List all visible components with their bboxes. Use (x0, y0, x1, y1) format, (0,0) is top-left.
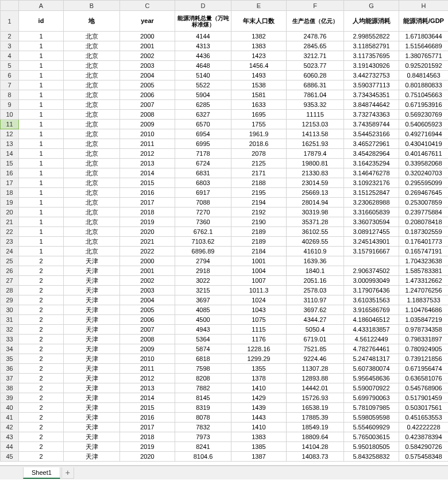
cell[interactable]: 北京 (64, 80, 120, 90)
cell[interactable]: 23014.59 (287, 178, 344, 188)
cell[interactable]: 0.401467611 (399, 149, 449, 159)
cell[interactable]: 4.433183857 (344, 325, 399, 335)
cell[interactable]: 14113.58 (287, 129, 344, 139)
row-number[interactable]: 25 (1, 256, 19, 266)
cell[interactable]: 3.191430926 (344, 61, 399, 71)
cell[interactable]: 1 (19, 188, 64, 198)
header-per-capita-energy[interactable]: 人均能源消耗 (344, 11, 399, 32)
cell[interactable]: 2001 (120, 266, 175, 276)
cell[interactable]: 3.157916667 (344, 247, 399, 256)
row-number[interactable]: 22 (1, 227, 19, 237)
cell[interactable]: 1 (19, 168, 64, 178)
cell[interactable]: 12893.88 (287, 374, 344, 383)
row-number[interactable]: 30 (1, 305, 19, 315)
cell[interactable]: 2007 (120, 100, 175, 110)
cell[interactable]: 2016 (120, 188, 175, 198)
cell[interactable]: 14442.01 (287, 383, 344, 393)
cell[interactable]: 0.165747191 (399, 247, 449, 256)
row-number[interactable]: 15 (1, 159, 19, 168)
cell[interactable]: 5023.77 (287, 61, 344, 71)
cell[interactable]: 0.751045663 (399, 90, 449, 100)
cell[interactable]: 0.84814563 (399, 71, 449, 80)
cell[interactable]: 17879.4 (287, 149, 344, 159)
cell[interactable]: 6831 (175, 168, 231, 178)
cell[interactable]: 1 (19, 110, 64, 120)
header-year[interactable]: year (120, 11, 175, 32)
cell[interactable]: 5.843258832 (344, 452, 399, 462)
cell[interactable]: 2 (19, 276, 64, 286)
cell[interactable]: 北京 (64, 198, 120, 208)
cell[interactable]: 1.704323638 (399, 256, 449, 266)
cell[interactable]: 北京 (64, 32, 120, 41)
cell[interactable]: 2017 (120, 423, 175, 432)
cell[interactable]: 2 (19, 423, 64, 432)
cell[interactable]: 1 (19, 41, 64, 51)
row-number[interactable]: 8 (1, 90, 19, 100)
cell[interactable]: 3.590377113 (344, 80, 399, 90)
cell[interactable]: 11307.28 (287, 364, 344, 374)
cell[interactable]: 1 (19, 120, 64, 129)
row-number[interactable]: 16 (1, 168, 19, 178)
cell[interactable]: 3.544523166 (344, 129, 399, 139)
cell[interactable]: 7521.85 (287, 344, 344, 354)
cell[interactable]: 5522 (175, 80, 231, 90)
cell[interactable]: 1410 (231, 383, 287, 393)
cell[interactable]: 1.473312662 (399, 276, 449, 286)
cell[interactable]: 2188 (231, 178, 287, 188)
cell[interactable]: 4.56122449 (344, 335, 399, 344)
col-header-F[interactable]: F (287, 1, 344, 11)
cell[interactable]: 1 (19, 51, 64, 61)
cell[interactable]: 0.451653553 (399, 413, 449, 423)
cell[interactable]: 北京 (64, 149, 120, 159)
cell[interactable]: 6724 (175, 159, 231, 168)
row-number[interactable]: 24 (1, 247, 19, 256)
cell[interactable]: 1 (19, 100, 64, 110)
cell[interactable]: 北京 (64, 120, 120, 129)
row-number[interactable]: 32 (1, 325, 19, 335)
cell[interactable]: 北京 (64, 178, 120, 188)
cell[interactable]: 0.208078418 (399, 217, 449, 227)
sheet-tab-active[interactable]: Sheet1 (23, 467, 60, 479)
cell[interactable]: 0.430410419 (399, 139, 449, 149)
cell[interactable]: 6285 (175, 100, 231, 110)
cell[interactable]: 6719.01 (287, 335, 344, 344)
cell[interactable]: 5.247481317 (344, 354, 399, 364)
cell[interactable]: 3.230628988 (344, 198, 399, 208)
cell[interactable]: 1493 (231, 71, 287, 80)
cell[interactable]: 5904 (175, 90, 231, 100)
cell[interactable]: 2 (19, 354, 64, 364)
cell[interactable]: 3.743589744 (344, 120, 399, 129)
row-number[interactable]: 23 (1, 237, 19, 247)
cell[interactable]: 2016 (120, 413, 175, 423)
cell[interactable]: 3.848744642 (344, 100, 399, 110)
cell[interactable]: 3.732743363 (344, 110, 399, 120)
cell[interactable]: 30319.98 (287, 208, 344, 217)
cell[interactable]: 2013 (120, 159, 175, 168)
cell[interactable]: 2020 (120, 452, 175, 462)
cell[interactable]: 2 (19, 344, 64, 354)
cell[interactable]: 6060.28 (287, 71, 344, 80)
cell[interactable]: 0.671956474 (399, 364, 449, 374)
cell[interactable]: 3.916586769 (344, 305, 399, 315)
cell[interactable]: 0.798331897 (399, 335, 449, 344)
cell[interactable]: 7270 (175, 208, 231, 217)
spreadsheet-grid[interactable]: A B C D E F G H 1 id 地 year 能源消耗总量（万吨标准煤… (0, 0, 448, 466)
cell[interactable]: 2.906374502 (344, 266, 399, 276)
cell[interactable]: 3.442732753 (344, 71, 399, 80)
cell[interactable]: 2918 (175, 266, 231, 276)
cell[interactable]: 北京 (64, 41, 120, 51)
cell[interactable]: 北京 (64, 168, 120, 178)
row-number[interactable]: 41 (1, 413, 19, 423)
row-number[interactable]: 4 (1, 51, 19, 61)
cell[interactable]: 5140 (175, 71, 231, 80)
row-number[interactable]: 21 (1, 217, 19, 227)
cell[interactable]: 1 (19, 237, 64, 247)
cell[interactable]: 2 (19, 305, 64, 315)
cell[interactable]: 2189 (231, 227, 287, 237)
cell[interactable]: 2006 (120, 315, 175, 325)
cell[interactable]: 0.295595099 (399, 178, 449, 188)
cell[interactable]: 1639.36 (287, 256, 344, 266)
row-number[interactable]: 34 (1, 344, 19, 354)
cell[interactable]: 4500 (175, 315, 231, 325)
cell[interactable]: 2578.03 (287, 286, 344, 295)
